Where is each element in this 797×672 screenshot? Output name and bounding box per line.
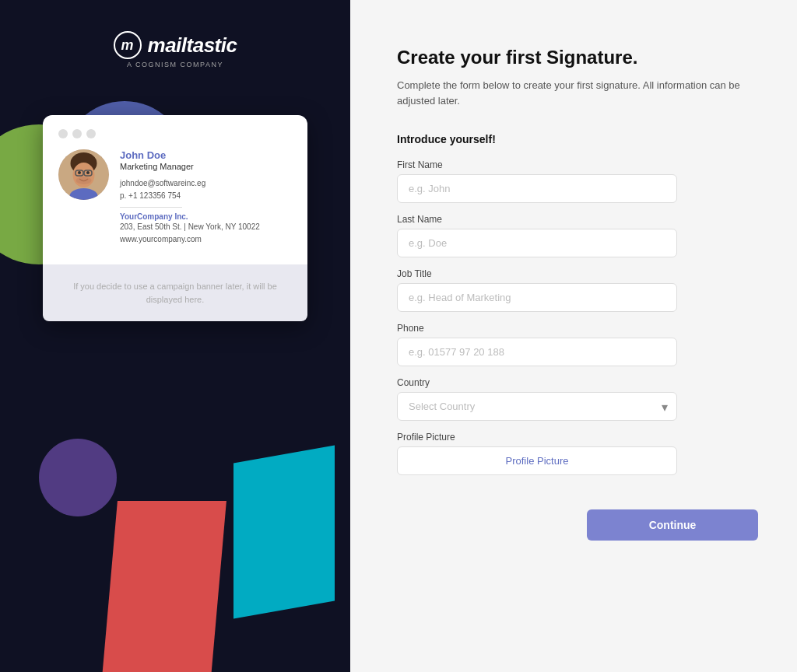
- svg-point-9: [76, 177, 92, 184]
- dot-3: [86, 129, 96, 138]
- phone-group: Phone: [397, 323, 758, 366]
- form-subtitle: Complete the form below to create your f…: [397, 78, 758, 108]
- country-group: Country Select Country United States Uni…: [397, 377, 758, 421]
- first-name-group: First Name: [397, 159, 758, 203]
- logo-tagline: A COGNISM COMPANY: [127, 61, 223, 68]
- last-name-group: Last Name: [397, 214, 758, 257]
- sig-divider: [120, 207, 182, 208]
- sig-info: John Doe Marketing Manager johndoe@softw…: [120, 149, 260, 246]
- country-label: Country: [397, 377, 758, 388]
- left-panel: m mailtastic A COGNISM COMPANY: [0, 0, 350, 672]
- logo-m-icon: m: [114, 31, 142, 59]
- first-name-label: First Name: [397, 159, 758, 170]
- svg-point-4: [86, 171, 90, 174]
- page-title: Create your first Signature.: [397, 47, 758, 68]
- sig-job-title: Marketing Manager: [120, 162, 260, 171]
- sig-name: John Doe: [120, 149, 260, 161]
- phone-input[interactable]: [397, 338, 677, 366]
- profile-picture-group: Profile Picture Profile Picture: [397, 432, 758, 475]
- sig-banner-text: If you decide to use a campaign banner l…: [73, 282, 277, 304]
- phone-label: Phone: [397, 323, 758, 334]
- job-title-label: Job Title: [397, 268, 758, 279]
- logo-brand-text: mailtastic: [148, 33, 237, 58]
- last-name-input[interactable]: [397, 229, 677, 257]
- avatar-svg: [58, 149, 109, 200]
- section-label: Introduce yourself!: [397, 133, 758, 145]
- logo-text-wrap: m mailtastic: [114, 31, 237, 59]
- sig-company: YourCompany Inc.: [120, 212, 260, 221]
- job-title-input[interactable]: [397, 283, 677, 312]
- sig-banner: If you decide to use a campaign banner l…: [43, 264, 307, 321]
- continue-button[interactable]: Continue: [587, 509, 758, 541]
- first-name-input[interactable]: [397, 174, 677, 203]
- sig-website: www.yourcompany.com: [120, 233, 260, 246]
- sig-details: johndoe@softwareinc.eg p. +1 123356 754: [120, 177, 260, 202]
- svg-point-3: [78, 171, 81, 174]
- avatar: [58, 149, 109, 200]
- signature-card: John Doe Marketing Manager johndoe@softw…: [43, 115, 307, 321]
- dot-1: [58, 129, 68, 138]
- card-header: [58, 129, 292, 138]
- dot-2: [72, 129, 82, 138]
- shape-purple: [39, 439, 117, 516]
- profile-picture-label: Profile Picture: [397, 432, 758, 443]
- last-name-label: Last Name: [397, 214, 758, 225]
- country-select[interactable]: Select Country United States United King…: [397, 392, 677, 421]
- job-title-group: Job Title: [397, 268, 758, 312]
- sig-street: 203, East 50th St. | New York, NY 10022: [120, 221, 260, 233]
- profile-picture-button[interactable]: Profile Picture: [397, 446, 677, 475]
- country-select-wrap: Select Country United States United King…: [397, 392, 677, 421]
- shape-red: [100, 501, 226, 672]
- sig-address: 203, East 50th St. | New York, NY 10022 …: [120, 221, 260, 246]
- sig-email: johndoe@softwareinc.eg: [120, 177, 260, 190]
- right-panel: Create your first Signature. Complete th…: [350, 0, 797, 672]
- shape-cyan: [233, 446, 335, 619]
- logo-area: m mailtastic A COGNISM COMPANY: [114, 31, 237, 68]
- sig-phone: p. +1 123356 754: [120, 190, 260, 202]
- sig-content: John Doe Marketing Manager johndoe@softw…: [58, 149, 292, 257]
